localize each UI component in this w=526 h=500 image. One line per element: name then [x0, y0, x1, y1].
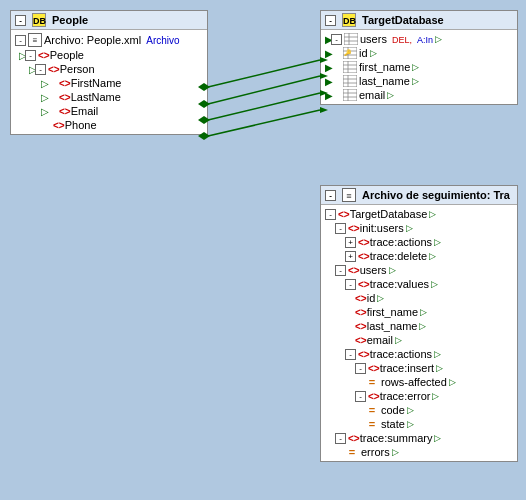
target-body: ▶ - users DEL, A:In ▷ ▶	[321, 30, 517, 104]
tr-id-rarrow: ▷	[377, 293, 384, 303]
id-key-icon: 🔑	[343, 47, 357, 59]
tr-state-node: = state ▷	[321, 417, 517, 431]
tr-targetdb-node: - <> TargetDatabase ▷	[321, 207, 517, 221]
lastname-elem-icon: <>	[59, 92, 71, 103]
tr-tinsert-label: trace:insert	[380, 362, 434, 374]
tr-targetdb-expand[interactable]: -	[325, 209, 336, 220]
tr-tactions2-label: trace:actions	[370, 348, 432, 360]
tr-tvalues-expand[interactable]: -	[345, 279, 356, 290]
panel-target: - DB TargetDatabase ▶ - users DEL, A:In	[320, 10, 518, 105]
tr-tactions2-expand[interactable]: -	[345, 349, 356, 360]
tr-code-rarrow: ▷	[407, 405, 414, 415]
tr-errors-node: = errors ▷	[321, 445, 517, 459]
firstname-arrow: ▷	[41, 78, 47, 89]
trace-header: - ≡ Archivo de seguimiento: Tra	[321, 186, 517, 205]
tr-tactions1-expand[interactable]: +	[345, 237, 356, 248]
svg-rect-17	[343, 89, 357, 101]
tr-code-node: = code ▷	[321, 403, 517, 417]
last-name-label: last_name	[359, 75, 410, 87]
tr-rows-affected-node: = rows-affected ▷	[321, 375, 517, 389]
person-elem-icon: <>	[48, 64, 60, 75]
fn-right-arrow: ▷	[412, 62, 419, 72]
panel-target-header: - DB TargetDatabase	[321, 11, 517, 30]
tr-errors-attr-icon: =	[345, 446, 359, 458]
tr-errors-label: errors	[361, 446, 390, 458]
lastname-label: LastName	[71, 91, 121, 103]
archivo-label: Archivo: People.xml Archivo	[44, 34, 180, 46]
person-node: ▷ - <> Person	[11, 62, 207, 76]
tr-ln-icon: <>	[355, 321, 367, 332]
email-conn-arrow: ▶	[325, 90, 331, 101]
people-label: People	[50, 49, 84, 61]
first-name-label: first_name	[359, 61, 410, 73]
fn-field-icon	[343, 61, 357, 73]
tr-fn-icon: <>	[355, 307, 367, 318]
tr-users-label: users	[360, 264, 387, 276]
fn-conn-arrow: ▶	[325, 62, 331, 73]
tr-init-rarrow: ▷	[406, 223, 413, 233]
svg-line-21	[208, 60, 320, 87]
tr-trace-delete-node: + <> trace:delete ▷	[321, 249, 517, 263]
email-label: Email	[71, 105, 99, 117]
ln-conn-arrow: ▶	[325, 76, 331, 87]
tr-email-rarrow: ▷	[395, 335, 402, 345]
email-target-node: ▶ email ▷	[321, 88, 517, 102]
tr-tactions1-icon: <>	[358, 237, 370, 248]
svg-line-23	[208, 93, 320, 120]
tr-email-icon: <>	[355, 335, 367, 346]
tr-id-node: <> id ▷	[321, 291, 517, 305]
id-right-arrow: ▷	[370, 48, 377, 58]
target-db-icon: DB	[342, 13, 356, 27]
people-elem-icon: <>	[38, 50, 50, 61]
svg-marker-32	[320, 107, 328, 113]
svg-rect-0	[344, 33, 358, 45]
tr-firstname-node: <> first_name ▷	[321, 305, 517, 319]
trace-title: Archivo de seguimiento: Tra	[362, 189, 510, 201]
tr-trace-insert-node: - <> trace:insert ▷	[321, 361, 517, 375]
tr-trace-actions1-node: + <> trace:actions ▷	[321, 235, 517, 249]
tr-users-expand[interactable]: -	[335, 265, 346, 276]
tr-terror-rarrow: ▷	[432, 391, 439, 401]
lastname-arrow: ▷	[41, 92, 47, 103]
phone-node: <> Phone	[11, 118, 207, 132]
tr-users-icon: <>	[348, 265, 360, 276]
ln-field-icon	[343, 75, 357, 87]
people-node: ▷ - <> People	[11, 48, 207, 62]
tr-rows-label: rows-affected	[381, 376, 447, 388]
tr-init-users-node: - <> init:users ▷	[321, 221, 517, 235]
tr-state-rarrow: ▷	[407, 419, 414, 429]
tr-rows-attr-icon: =	[365, 376, 379, 388]
tr-tdelete-rarrow: ▷	[429, 251, 436, 261]
id-conn-arrow: ▶	[325, 48, 331, 59]
email-right-arrow: ▷	[387, 90, 394, 100]
firstname-node: ▷ <> FirstName	[11, 76, 207, 90]
tr-tinsert-rarrow: ▷	[436, 363, 443, 373]
tr-tvalues-rarrow: ▷	[431, 279, 438, 289]
person-expand[interactable]: -	[35, 64, 46, 75]
trace-expand-btn[interactable]: -	[325, 190, 336, 201]
tr-init-expand[interactable]: -	[335, 223, 346, 234]
tr-state-label: state	[381, 418, 405, 430]
panel-people-title: People	[52, 14, 88, 26]
tr-tinsert-icon: <>	[368, 363, 380, 374]
users-expand[interactable]: -	[331, 34, 342, 45]
people-body: - ≡ Archivo: People.xml Archivo ▷ - <> P…	[11, 30, 207, 134]
tr-terror-label: trace:error	[380, 390, 431, 402]
svg-line-24	[208, 110, 320, 136]
person-label: Person	[60, 63, 95, 75]
people-expand2[interactable]: -	[25, 50, 36, 61]
people-expand-btn[interactable]: -	[15, 15, 26, 26]
tr-targetdb-label: TargetDatabase	[350, 208, 428, 220]
tr-tdelete-expand[interactable]: +	[345, 251, 356, 262]
tr-targetdb-rarrow: ▷	[429, 209, 436, 219]
tr-tactions2-icon: <>	[358, 349, 370, 360]
target-expand-btn[interactable]: -	[325, 15, 336, 26]
tr-lastname-node: <> last_name ▷	[321, 319, 517, 333]
tr-tsummary-expand[interactable]: -	[335, 433, 346, 444]
tr-terror-expand[interactable]: -	[355, 391, 366, 402]
tr-rows-rarrow: ▷	[449, 377, 456, 387]
tr-tdelete-label: trace:delete	[370, 250, 427, 262]
tr-tinsert-expand[interactable]: -	[355, 363, 366, 374]
archivo-expand[interactable]: -	[15, 35, 26, 46]
archivo-icon: ≡	[28, 33, 42, 47]
